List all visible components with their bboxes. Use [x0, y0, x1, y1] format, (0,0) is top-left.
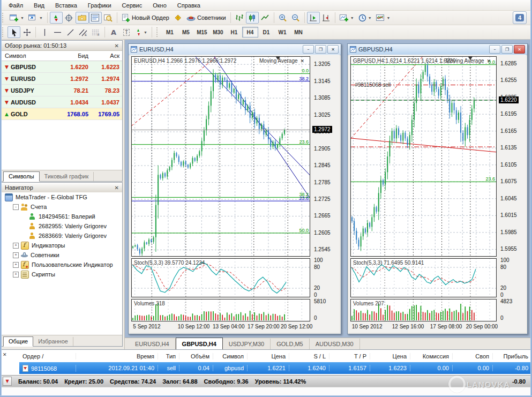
terminal-column-11[interactable]: Своп [453, 353, 493, 359]
chart-window-titlebar[interactable]: GBPUSD,H4–❐✕ [348, 44, 527, 55]
chart-tab-AUDUSD-M30[interactable]: AUDUSD,M30 [310, 339, 360, 349]
vertical-line-tool[interactable] [38, 26, 51, 38]
close-icon[interactable]: ✕ [115, 185, 119, 191]
menu-item-2[interactable]: Вид [28, 1, 50, 10]
strategy-tester-toggle[interactable] [102, 12, 115, 24]
menu-item-1[interactable]: Файл [3, 1, 28, 10]
templates-button[interactable]: ▼ [374, 12, 393, 24]
navigator-titlebar[interactable]: Навигатор ✕ [2, 183, 122, 193]
text-label-tool[interactable]: T [120, 26, 133, 38]
horizontal-line-tool[interactable] [51, 26, 64, 38]
menu-item-7[interactable]: Справка [172, 1, 206, 10]
symbol-row-USDJPY[interactable]: ▼USDJPY78.2178.23 [2, 85, 122, 96]
menu-item-4[interactable]: Графики [83, 1, 117, 10]
close-button[interactable]: ✕ [514, 45, 525, 54]
minimize-button[interactable]: – [303, 45, 314, 54]
data-window-toggle[interactable] [63, 12, 76, 24]
terminal-column-6[interactable]: Цена [248, 353, 289, 359]
symbol-row-GOLD[interactable]: ▲GOLD1768.051769.05 [2, 108, 122, 120]
zoom-in-button[interactable] [276, 12, 289, 24]
chart-shift-button[interactable] [320, 12, 333, 24]
timeframe-M15[interactable]: M15 [194, 27, 210, 38]
close-button[interactable]: ✕ [327, 45, 339, 54]
auto-scroll-button[interactable] [307, 12, 320, 24]
column-symbol[interactable]: Символ [2, 53, 56, 59]
profiles-button[interactable]: ▼ [26, 12, 45, 24]
toolbar-grip[interactable] [2, 27, 5, 37]
price-axis[interactable]: 1.62851.62551.62251.61951.61651.61351.61… [498, 56, 527, 257]
menu-item-3[interactable]: Вставка [50, 1, 83, 10]
navigator-tab-2[interactable]: Избранное [33, 337, 73, 346]
expand-toggle-icon[interactable]: + [13, 243, 19, 249]
restore-button[interactable]: ❐ [501, 45, 513, 54]
column-ask[interactable]: Аск [88, 53, 122, 59]
tree-item-9[interactable]: +Скрипты [2, 269, 122, 279]
chart-tab-USDJPY-M30[interactable]: USDJPY,M30 [223, 339, 271, 349]
chart-tab-GOLD-M5[interactable]: GOLD,M5 [271, 339, 310, 349]
new-chart-button[interactable]: ▼ [8, 12, 26, 24]
arrows-tool[interactable]: ▼ [133, 26, 149, 38]
price-axis[interactable]: 1.32051.31451.30851.30251.29651.29051.28… [311, 56, 340, 257]
chart-tab-EURUSD-H4[interactable]: EURUSD,H4 [129, 339, 176, 349]
chart-tab-GBPUSD-H4[interactable]: GBPUSD,H4 [176, 338, 223, 350]
time-axis[interactable]: 5 Sep 201210 Sep 12:0013 Sep 04:0017 Sep… [131, 323, 310, 331]
chart-bars-button[interactable] [233, 12, 246, 24]
indicators-button[interactable]: ▼ [338, 12, 356, 24]
terminal-close-icon[interactable]: ✕ [3, 352, 7, 357]
channel-tool[interactable]: E [77, 26, 89, 38]
alert-button[interactable]: ! [171, 12, 184, 24]
cursor-tool-button[interactable] [8, 26, 20, 38]
tree-item-8[interactable]: +Пользовательские Индикатор [2, 260, 122, 269]
expand-toggle-icon[interactable]: + [13, 272, 19, 278]
close-icon[interactable]: ✕ [115, 43, 119, 49]
terminal-column-10[interactable]: Комиссия [410, 353, 453, 359]
price-chart-canvas[interactable]: 0.038.223.638.223.650.0 [131, 56, 310, 257]
restore-button[interactable]: ❐ [315, 45, 326, 54]
terminal-column-8[interactable]: T / P [329, 353, 370, 359]
trendline-tool[interactable] [64, 26, 77, 38]
timeframe-M1[interactable]: M1 [162, 27, 178, 38]
toolbar-grip[interactable] [156, 27, 160, 37]
toolbar-grip[interactable] [2, 13, 5, 23]
collapse-toggle-icon[interactable]: - [13, 204, 19, 210]
terminal-order-row[interactable]: 981150682012.09.21 01:40sell0.04gbpusd1.… [19, 362, 532, 374]
tree-item-7[interactable]: +Советники [2, 250, 122, 260]
expand-toggle-icon[interactable]: + [13, 262, 19, 268]
symbol-row-EURUSD[interactable]: ▼EURUSD1.29721.2974 [2, 73, 122, 85]
terminal-column-9[interactable]: Цена [370, 353, 410, 359]
terminal-column-7[interactable]: S / L [289, 353, 329, 359]
menu-item-6[interactable]: Окно [147, 1, 172, 10]
notifications-button[interactable]: 4 [513, 11, 527, 24]
market-watch-titlebar[interactable]: Обзор рынка: 01:50:13 ✕ [2, 41, 122, 51]
terminal-column-5[interactable]: Символ [213, 353, 248, 359]
expert-advisors-button[interactable]: Советники [184, 12, 228, 24]
symbol-row-GBPUSD[interactable]: ▼GBPUSD1.62201.6223 [2, 61, 122, 73]
terminal-column-12[interactable]: Прибыль [493, 353, 532, 359]
tree-item-3[interactable]: 184294561: Валерий [2, 212, 122, 221]
timeframe-D1[interactable]: D1 [258, 27, 274, 38]
periods-button[interactable]: ▼ [356, 12, 374, 24]
expand-toggle-icon[interactable]: + [13, 252, 19, 258]
timeframe-MN[interactable]: MN [290, 27, 306, 38]
navigator-tab-1[interactable]: Общие [3, 336, 33, 347]
market-watch-tab-2[interactable]: Тиковый график [40, 172, 94, 181]
terminal-column-2[interactable]: Время [76, 353, 158, 359]
crosshair-tool-button[interactable] [20, 26, 33, 38]
column-bid[interactable]: Бид [56, 53, 88, 59]
chart-candles-button[interactable] [246, 12, 259, 24]
terminal-toggle[interactable] [89, 12, 102, 24]
remove-indicator-icon[interactable]: ✕ [487, 58, 491, 64]
terminal-column-3[interactable]: Тип [158, 353, 179, 359]
remove-indicator-icon[interactable]: ✕ [301, 58, 305, 64]
minimize-button[interactable]: – [489, 45, 500, 54]
tree-item-5[interactable]: 2683669: Valeriy Grigorev [2, 231, 122, 241]
timeframe-M30[interactable]: M30 [210, 27, 226, 38]
tree-item-2[interactable]: -Счета [2, 202, 122, 212]
timeframe-M5[interactable]: M5 [178, 27, 194, 38]
menu-item-5[interactable]: Сервис [117, 1, 148, 10]
timeframe-W1[interactable]: W1 [274, 27, 290, 38]
chart-line-button[interactable] [259, 12, 272, 24]
navigator-toggle[interactable] [76, 12, 89, 24]
terminal-column-1[interactable]: Ордер / [19, 353, 76, 359]
fibonacci-tool[interactable]: F [89, 26, 102, 38]
